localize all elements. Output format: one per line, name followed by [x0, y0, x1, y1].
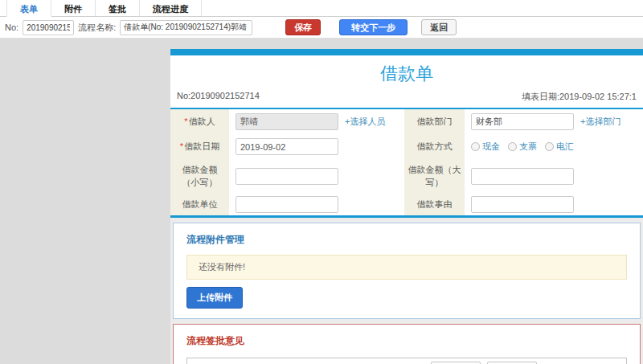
- save-button[interactable]: 保存: [285, 19, 321, 35]
- department-field: +选择部门: [465, 109, 643, 134]
- form-row-unit-reason: 借款单位 借款事由: [170, 193, 643, 215]
- required-asterisk: *: [184, 117, 187, 126]
- tab-bar: 表单 附件 签批 流程进度: [0, 0, 643, 17]
- wire-transfer-radio[interactable]: 电汇: [545, 141, 574, 153]
- no-attachment-alert: 还没有附件!: [186, 255, 627, 280]
- borrower-label: *借款人: [170, 109, 229, 134]
- cheque-radio[interactable]: 支票: [508, 141, 537, 153]
- loan-date-field: [229, 134, 399, 159]
- form-meta-row: No:20190902152714 填表日期:2019-09-02 15:27:…: [170, 91, 643, 109]
- loan-date-label: *借款日期: [170, 134, 229, 159]
- no-label: No:: [5, 22, 18, 32]
- no-input[interactable]: [23, 20, 74, 35]
- department-input[interactable]: [471, 113, 574, 130]
- form-row-borrower: *借款人 +选择人员 借款部门 +选择部门: [170, 109, 643, 134]
- form-title: 借款单: [170, 55, 643, 91]
- forward-next-step-button[interactable]: 转交下一步: [339, 19, 408, 35]
- loan-unit-input[interactable]: [235, 196, 338, 213]
- upload-attachment-button[interactable]: 上传附件: [186, 287, 243, 309]
- main-area: 借款单 No:20190902152714 填表日期:2019-09-02 15…: [0, 39, 643, 363]
- form-row-date-method: *借款日期 借款方式 现金 支票 电汇: [170, 134, 643, 159]
- form-no-text: No:20190902152714: [177, 91, 260, 103]
- tab-progress[interactable]: 流程进度: [140, 0, 202, 16]
- radio-circle-icon: [471, 142, 480, 151]
- panel-top-accent: [170, 49, 643, 55]
- loan-form-card: 借款单 No:20190902152714 填表日期:2019-09-02 15…: [170, 55, 643, 218]
- loan-method-label: 借款方式: [404, 134, 465, 159]
- form-fields: *借款人 +选择人员 借款部门 +选择部门 *借款日期: [170, 109, 643, 218]
- loan-unit-label: 借款单位: [170, 193, 229, 215]
- loan-reason-label: 借款事由: [404, 193, 465, 215]
- rich-text-editor: B I abc: [186, 358, 627, 364]
- form-panel: 借款单 No:20190902152714 填表日期:2019-09-02 15…: [170, 49, 643, 364]
- tab-sign[interactable]: 签批: [96, 0, 140, 16]
- form-row-amount: 借款金额（小写） 借款金额（大写）: [170, 159, 643, 193]
- borrower-field: +选择人员: [229, 109, 399, 134]
- flow-name-input[interactable]: [120, 20, 252, 35]
- select-person-link[interactable]: +选择人员: [345, 116, 385, 128]
- cash-radio[interactable]: 现金: [471, 141, 500, 153]
- tab-attachments[interactable]: 附件: [51, 0, 96, 16]
- approval-heading: 流程签批意见: [186, 334, 627, 348]
- amount-lower-input[interactable]: [235, 168, 338, 185]
- select-department-link[interactable]: +选择部门: [580, 116, 620, 128]
- loan-unit-field: [229, 193, 399, 215]
- amount-upper-field: [465, 159, 643, 193]
- editor-toolbar: B I abc: [187, 358, 626, 364]
- attachment-heading: 流程附件管理: [186, 233, 627, 247]
- back-button[interactable]: 返回: [421, 19, 457, 35]
- flow-name-label: 流程名称:: [78, 22, 116, 34]
- amount-lower-label: 借款金额（小写）: [170, 159, 229, 193]
- amount-lower-field: [229, 159, 399, 193]
- radio-circle-icon: [508, 142, 517, 151]
- loan-method-field: 现金 支票 电汇: [465, 134, 643, 159]
- loan-reason-input[interactable]: [471, 196, 574, 213]
- approval-section: 流程签批意见 B I abc: [173, 324, 641, 364]
- amount-upper-input[interactable]: [471, 168, 574, 185]
- borrower-input[interactable]: [235, 113, 338, 130]
- required-asterisk: *: [180, 141, 183, 151]
- amount-upper-label: 借款金额（大写）: [404, 159, 465, 193]
- loan-reason-field: [465, 193, 643, 215]
- loan-method-radio-group: 现金 支票 电汇: [471, 141, 574, 153]
- form-date-text: 填表日期:2019-09-02 15:27:1: [522, 91, 637, 103]
- loan-date-input[interactable]: [235, 138, 338, 155]
- command-bar: No: 流程名称: 保存 转交下一步 返回: [0, 17, 643, 39]
- radio-circle-icon: [545, 142, 554, 151]
- department-label: 借款部门: [404, 109, 465, 134]
- tab-form[interactable]: 表单: [6, 0, 51, 17]
- attachment-section: 流程附件管理 还没有附件! 上传附件: [173, 223, 641, 319]
